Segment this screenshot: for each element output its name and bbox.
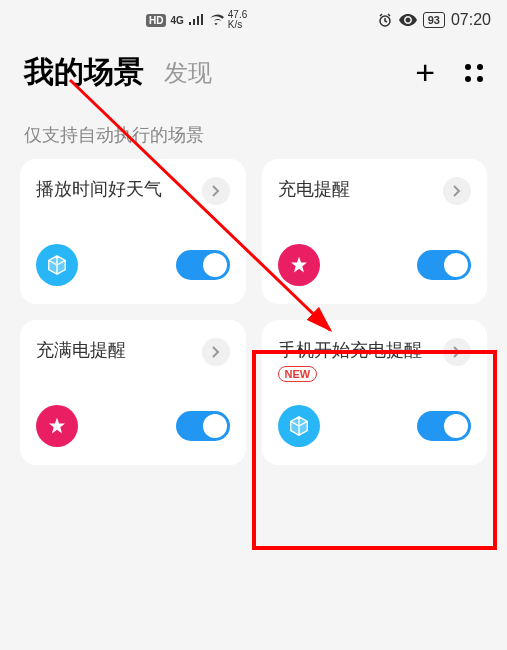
- scene-card[interactable]: 手机开始充电提醒 NEW: [262, 320, 488, 465]
- cube-icon: [36, 244, 78, 286]
- chevron-right-icon[interactable]: [202, 177, 230, 205]
- chevron-right-icon[interactable]: [443, 177, 471, 205]
- scene-title: 手机开始充电提醒: [278, 338, 444, 362]
- scene-toggle[interactable]: [176, 250, 230, 280]
- tab-my-scenes[interactable]: 我的场景: [24, 52, 144, 93]
- menu-button[interactable]: [465, 64, 483, 82]
- header-actions: +: [415, 53, 483, 92]
- scene-cards-grid: 播放时间好天气 充电提醒: [0, 159, 507, 465]
- section-label: 仅支持自动执行的场景: [0, 103, 507, 159]
- scene-card[interactable]: 充电提醒: [262, 159, 488, 304]
- scene-toggle[interactable]: [417, 411, 471, 441]
- tab-discover[interactable]: 发现: [164, 57, 212, 89]
- cube-icon: [278, 405, 320, 447]
- signal-icon: [188, 14, 204, 26]
- scene-card[interactable]: 充满电提醒: [20, 320, 246, 465]
- add-button[interactable]: +: [415, 53, 435, 92]
- scene-title: 播放时间好天气: [36, 177, 202, 201]
- scene-title: 充满电提醒: [36, 338, 202, 362]
- scene-toggle[interactable]: [417, 250, 471, 280]
- eye-icon: [399, 14, 417, 26]
- new-badge: NEW: [278, 366, 318, 382]
- scene-title: 充电提醒: [278, 177, 444, 201]
- scene-card[interactable]: 播放时间好天气: [20, 159, 246, 304]
- page-header: 我的场景 发现 +: [0, 32, 507, 103]
- network-type: 4G: [170, 15, 183, 26]
- chevron-right-icon[interactable]: [202, 338, 230, 366]
- battery-indicator: 93: [423, 12, 445, 28]
- hd-badge: HD: [146, 14, 166, 27]
- chevron-right-icon[interactable]: [443, 338, 471, 366]
- wifi-icon: [208, 14, 224, 26]
- star-icon: [278, 244, 320, 286]
- status-left: HD 4G 47.6 K/s: [146, 10, 247, 30]
- clock-time: 07:20: [451, 11, 491, 29]
- star-icon: [36, 405, 78, 447]
- status-bar: HD 4G 47.6 K/s 93 07:20: [0, 0, 507, 32]
- scene-toggle[interactable]: [176, 411, 230, 441]
- alarm-icon: [377, 12, 393, 28]
- network-speed: 47.6 K/s: [228, 10, 247, 30]
